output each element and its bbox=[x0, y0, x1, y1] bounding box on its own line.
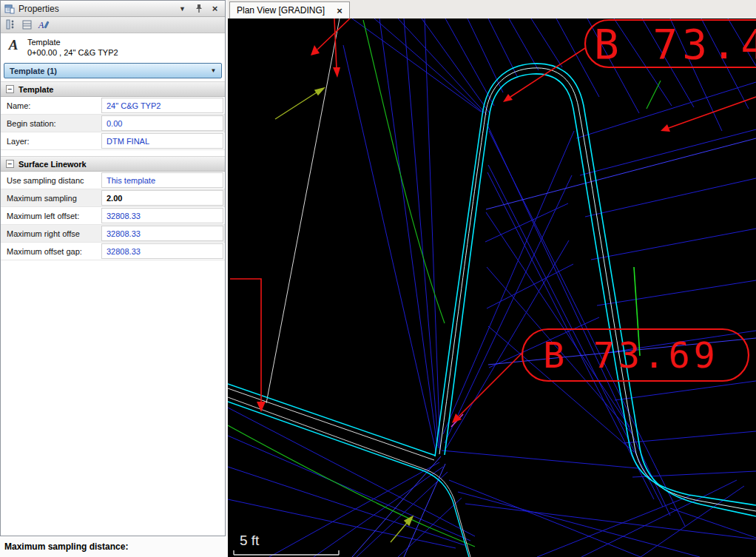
pin-icon[interactable] bbox=[192, 2, 205, 15]
properties-window-icon bbox=[4, 4, 15, 14]
property-value[interactable]: This template bbox=[101, 172, 223, 188]
tab-plan-view-grading[interactable]: Plan View [GRADING] × bbox=[229, 1, 350, 18]
property-row-max-left-offset: Maximum left offset: 32808.33 bbox=[1, 207, 225, 225]
property-value[interactable]: 32808.33 bbox=[101, 243, 223, 259]
red-arrowhead-icon bbox=[503, 94, 513, 102]
property-label: Begin station: bbox=[1, 115, 100, 132]
template-object-icon: A bbox=[6, 37, 21, 58]
selector-value: Template (1) bbox=[10, 67, 57, 75]
property-value[interactable]: 24" C&G TYP2 bbox=[101, 98, 223, 113]
cad-drawing: B 73.4 B 73.69 5 ft bbox=[228, 18, 756, 557]
property-row-max-offset-gap: Maximum offset gap: 32808.33 bbox=[1, 243, 225, 260]
property-label: Layer: bbox=[1, 132, 100, 149]
scale-bar: 5 ft bbox=[234, 533, 339, 555]
selected-object-header: A Template 0+00.00 , 24" C&G TYP2 bbox=[1, 33, 225, 61]
titlebar-menu-button[interactable]: ▼ bbox=[176, 2, 189, 15]
section-header-surface-linework[interactable]: − Surface Linework bbox=[1, 156, 225, 172]
green-linework bbox=[228, 20, 661, 547]
svg-text:A: A bbox=[38, 20, 44, 30]
property-value[interactable]: 32808.33 bbox=[101, 226, 223, 241]
property-help-text: Maximum sampling distance: bbox=[0, 536, 228, 557]
drawing-area-column: Plan View [GRADING] × bbox=[228, 0, 756, 557]
properties-toolbar: A bbox=[1, 17, 225, 33]
red-arrowhead-icon bbox=[333, 67, 340, 78]
rows-icon[interactable] bbox=[21, 19, 33, 30]
panel-empty-area bbox=[1, 260, 225, 536]
white-linework bbox=[228, 18, 756, 557]
panel-title: Properties bbox=[18, 4, 172, 14]
object-type: Template bbox=[27, 37, 118, 47]
property-value[interactable]: 2.00 bbox=[101, 190, 223, 206]
property-row-name: Name: 24" C&G TYP2 bbox=[1, 97, 225, 115]
scale-bar-label: 5 ft bbox=[240, 533, 260, 548]
tab-label: Plan View [GRADING] bbox=[237, 5, 325, 16]
section-title: Surface Linework bbox=[18, 160, 87, 169]
tab-close-icon[interactable]: × bbox=[337, 5, 342, 16]
property-label: Maximum right offse bbox=[1, 225, 100, 242]
properties-titlebar: Properties ▼ × bbox=[1, 1, 225, 17]
property-label: Name: bbox=[1, 97, 100, 114]
list-icon[interactable] bbox=[5, 19, 16, 30]
green-arrowhead-icon bbox=[315, 88, 324, 95]
property-value[interactable]: 32808.33 bbox=[101, 208, 223, 223]
object-selector-dropdown[interactable]: Template (1) ▼ bbox=[4, 63, 222, 78]
object-description: 0+00.00 , 24" C&G TYP2 bbox=[27, 47, 118, 58]
properties-panel: Properties ▼ × bbox=[0, 0, 226, 536]
property-label: Maximum sampling bbox=[1, 189, 100, 206]
property-label: Maximum offset gap: bbox=[1, 243, 100, 260]
property-value[interactable]: DTM FINAL bbox=[101, 133, 223, 149]
property-label: Maximum left offset: bbox=[1, 207, 100, 224]
property-label: Use sampling distanc bbox=[1, 172, 100, 189]
close-icon[interactable]: × bbox=[209, 2, 221, 15]
collapse-icon[interactable]: − bbox=[6, 160, 14, 168]
view-tabbar: Plan View [GRADING] × bbox=[228, 0, 756, 18]
property-value[interactable]: 0.00 bbox=[101, 115, 223, 131]
properties-panel-column: Properties ▼ × bbox=[0, 0, 228, 557]
property-row-max-right-offset: Maximum right offse 32808.33 bbox=[1, 225, 225, 243]
elevation-label-mid: B 73.69 bbox=[543, 334, 718, 376]
property-row-max-sampling: Maximum sampling 2.00 bbox=[1, 189, 225, 207]
section-title: Template bbox=[18, 85, 53, 94]
property-row-begin-station: Begin station: 0.00 bbox=[1, 115, 225, 132]
tin-mesh-lines bbox=[228, 18, 756, 557]
property-row-use-sampling: Use sampling distanc This template bbox=[1, 172, 225, 189]
cad-viewport[interactable]: B 73.4 B 73.69 5 ft bbox=[228, 18, 756, 557]
green-arrows bbox=[275, 88, 413, 542]
elevation-label-top: B 73.4 bbox=[594, 20, 756, 68]
edit-font-icon[interactable]: A bbox=[38, 19, 50, 30]
collapse-icon[interactable]: − bbox=[6, 85, 14, 93]
property-row-layer: Layer: DTM FINAL bbox=[1, 132, 225, 150]
section-header-template[interactable]: − Template bbox=[1, 81, 225, 97]
red-arrowhead-icon bbox=[311, 45, 320, 55]
chevron-down-icon[interactable]: ▼ bbox=[207, 64, 220, 77]
application-window: Properties ▼ × bbox=[0, 0, 756, 557]
